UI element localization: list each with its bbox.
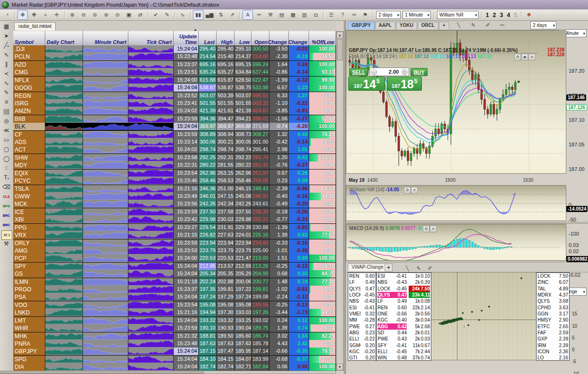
cut-icon[interactable]: ✂	[254, 10, 264, 20]
list-item[interactable]: PWE0.432k0.03	[377, 336, 431, 342]
rect-tool[interactable]: ▭	[1, 136, 11, 144]
table-row[interactable]: SPG15:24:04184.10184.15184.07183.99-0.68…	[13, 356, 336, 364]
list-item[interactable]: VMEM0.32	[348, 311, 376, 317]
table-row[interactable]: PCP15:24:00220.53220.53221.47219.001.510…	[13, 255, 336, 263]
list-item[interactable]: GGN3.17	[537, 311, 569, 317]
zoom-select-icon[interactable]: ⊚	[90, 10, 100, 20]
list-item[interactable]: HMSY2.90	[537, 317, 569, 323]
page-3[interactable]: 3	[498, 12, 505, 18]
candlestick-mode-icon[interactable]: ▮▮	[193, 10, 203, 20]
table-row[interactable]: PCLN15:23:48214.54215.40214.37214.00-2.3…	[13, 53, 336, 61]
column-header[interactable]: Daily Chart	[45, 31, 83, 45]
pan-hand-icon[interactable]: ✥	[17, 10, 28, 20]
period-dropdown[interactable]: 2 days	[376, 11, 401, 19]
dpg-tool[interactable]: DPG	[1, 202, 11, 211]
list-item[interactable]: PWE0.27	[348, 323, 376, 330]
table-row[interactable]: TSLA15:21:16246.36251.00246.15248.43-2.3…	[13, 185, 336, 193]
list-item[interactable]: ABG0.425k2.68	[377, 323, 431, 330]
buy-price-button[interactable]: 187185	[387, 76, 422, 91]
table-row[interactable]: GOOG15:24:04538.87538.87538.75533.986.57…	[13, 84, 336, 92]
list-item[interactable]: QLYS0.47	[348, 286, 376, 292]
page-4[interactable]: 4	[505, 12, 512, 18]
close-icon[interactable]: ✕	[529, 54, 535, 60]
zoom-out-icon[interactable]: ⊖	[78, 10, 89, 20]
list-item[interactable]: LOCK-0.45	[348, 292, 376, 298]
add-panel-tab-icon[interactable]: +	[385, 264, 393, 272]
pen-icon[interactable]: ✏	[497, 21, 508, 30]
quantity-stepper[interactable]: −2.00+	[370, 68, 409, 76]
table-row[interactable]: PSA15:24:04197.24197.29197.24199.08-2.24…	[13, 293, 336, 301]
column-header[interactable]: Change	[289, 31, 309, 45]
knob-icon[interactable]: ◔	[2, 10, 12, 20]
qty-increase-icon[interactable]: +	[402, 69, 408, 75]
interval-dropdown[interactable]: 1 Minute	[403, 11, 431, 19]
zoom-in-icon[interactable]: ⊕	[67, 10, 77, 20]
williams-panel[interactable]: William %R (14) -14.05⚙✕	[346, 185, 566, 221]
table-row[interactable]: ILMN15:21:18202.24202.88200.06200.771.48…	[13, 278, 336, 286]
zigzag-tool[interactable]: ∿	[1, 79, 11, 88]
table-row[interactable]: GS15:24:04205.34205.35205.29204.990.680.…	[13, 270, 336, 278]
table-row[interactable]: DIA15:24:04182.74182.74182.71182.840.060…	[13, 363, 336, 371]
table-row[interactable]: GWW15:23:49246.01247.15245.08246.91-0.40…	[13, 193, 336, 201]
column-header[interactable]: Symbol	[13, 31, 45, 45]
table-row[interactable]: ISRG15:23:41501.55501.55501.55503.32-1.1…	[13, 100, 336, 108]
angle-tool[interactable]: ≺	[1, 70, 11, 78]
page-5[interactable]: 5	[512, 12, 519, 18]
table-row[interactable]: PPG15:23:27229.54231.91229.39230.88-1.39…	[13, 224, 336, 232]
column-header[interactable]: %OffLow	[309, 31, 336, 45]
column-header[interactable]: Update Time	[174, 31, 199, 45]
list-item[interactable]: LOCK-0.4524k7.50	[377, 286, 431, 292]
table-row[interactable]: MCK15:23:56242.26242.34242.26243.61-0.49…	[13, 200, 336, 208]
list-item[interactable]: ESI-0.41	[348, 305, 376, 311]
list-item[interactable]: ICON2.36	[537, 348, 569, 355]
curve-icon[interactable]: ∿	[177, 10, 188, 20]
crosshair-icon[interactable]: ✛	[51, 10, 62, 20]
print-icon[interactable]: ☰	[326, 10, 336, 20]
hlines-tool[interactable]: ≡	[1, 98, 11, 107]
list-item[interactable]: MDRX4.37	[537, 292, 569, 298]
list-item[interactable]: REN0.6022k2.14	[377, 305, 431, 311]
column-header[interactable]: Low	[235, 31, 252, 45]
table-row[interactable]: VRX15:21:15226.82227.63224.01225.161.390…	[13, 231, 336, 239]
table-row[interactable]: SHW15:23:58292.25292.31292.22291.741.200…	[13, 154, 336, 162]
indicator-dropdown[interactable]: William %R	[437, 11, 479, 19]
list-item[interactable]: MM-0.28	[348, 317, 376, 323]
table-row[interactable]: PNRA15:23:48187.63187.63187.63185.784.43…	[13, 340, 336, 348]
open-file-icon[interactable]: ▤	[277, 10, 287, 20]
table-row[interactable]: VOO15:23:54195.08195.08195.08195.55-0.25…	[13, 301, 336, 309]
settings-icon[interactable]: ⚙	[514, 54, 521, 60]
pencil-icon[interactable]: ✎	[468, 21, 479, 30]
column-header[interactable]: Minute Chart	[83, 31, 128, 45]
pencil-icon[interactable]: ✎	[162, 10, 172, 20]
zoom-reset-icon[interactable]: ⊝	[112, 10, 123, 20]
list-item[interactable]: LF0.491k0.08	[377, 298, 431, 304]
table-hscrollbar[interactable]	[0, 371, 336, 374]
list-item[interactable]: ETFC2.65	[537, 323, 569, 330]
bug-icon[interactable]: ❖	[524, 10, 534, 20]
table-row[interactable]: PCYC15:23:46258.46258.53258.46258.050.23…	[13, 177, 336, 185]
page-2[interactable]: 2	[491, 12, 498, 18]
sell-button[interactable]: SELL	[349, 68, 368, 76]
list-item[interactable]: SD0.442k0.01	[377, 330, 431, 336]
table-row[interactable]: PRGO15:23:37197.35199.81197.22199.81-1.0…	[13, 286, 336, 294]
list-item[interactable]: ELLI-0.457k2.44	[377, 348, 431, 355]
pitchfork-tool[interactable]: ⚒	[1, 240, 11, 248]
add-icon[interactable]: ＋	[40, 10, 50, 20]
table-vscrollbar[interactable]: ▲ ▼	[336, 31, 344, 371]
brush-icon[interactable]: ✑	[349, 10, 359, 20]
list-item[interactable]: NBS-0.432k0.39	[377, 279, 431, 285]
table-row[interactable]: .DJI15:24:04295.40295.40295.10300.50-3.5…	[13, 45, 336, 53]
window-icon[interactable]: ▣	[124, 10, 134, 20]
grab-hand-icon[interactable]: ✤	[29, 10, 39, 20]
list-item[interactable]: GXP2.39	[537, 336, 569, 342]
sell-price-button[interactable]: 187145	[348, 76, 385, 91]
save-as-icon[interactable]: ▥	[299, 10, 310, 20]
chart-tab-aapl[interactable]: AAPL	[375, 22, 395, 29]
list-item[interactable]: KGC-0.20	[348, 348, 376, 355]
column-header[interactable]: Open	[252, 31, 269, 45]
circles-tool[interactable]: ◎	[1, 117, 11, 126]
chart-tab-gbpjpy[interactable]: GBPJPY	[348, 22, 375, 29]
pointer-tool[interactable]: ➤	[1, 32, 11, 41]
column-header[interactable]: Change	[269, 31, 289, 45]
list-item[interactable]: LF0.49	[348, 279, 376, 285]
